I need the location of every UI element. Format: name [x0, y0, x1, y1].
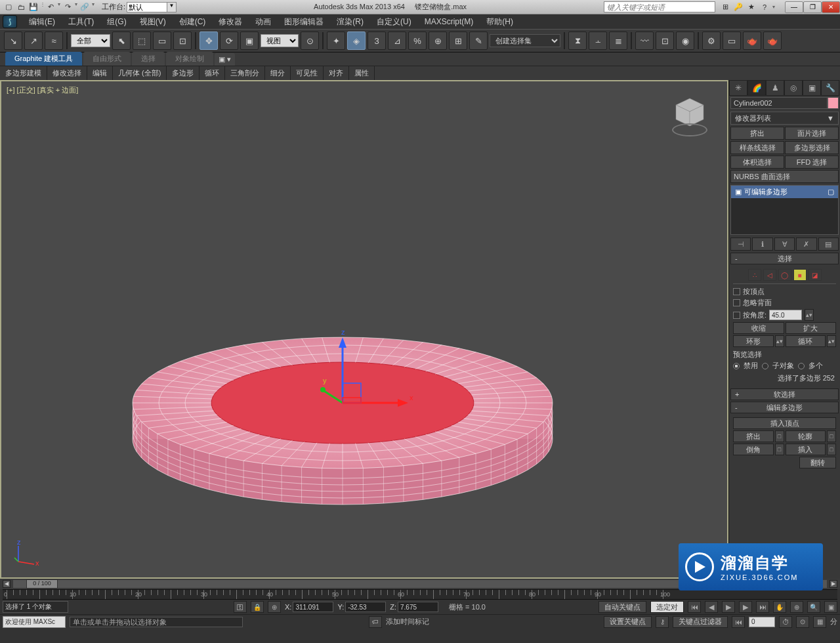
coord-mode-icon[interactable]: ⊕	[268, 601, 281, 613]
render-icon[interactable]: 🫖	[763, 31, 782, 50]
bind-icon[interactable]: ≈	[45, 31, 63, 50]
configure-icon[interactable]: ▤	[818, 238, 839, 251]
stack-bulb-icon[interactable]: ▢	[828, 188, 834, 196]
key-mode-icon[interactable]: ⚷	[656, 616, 669, 628]
btn-loop[interactable]: 循环	[786, 335, 826, 347]
select-window-icon[interactable]: ⊡	[173, 31, 192, 50]
cylinder-object[interactable]: z x y	[126, 318, 572, 528]
menu-views[interactable]: 视图(V)	[133, 14, 173, 30]
angle-spin-icon[interactable]: ▴▾	[805, 309, 814, 321]
selected-button[interactable]: 选定对	[650, 601, 684, 613]
angle-spinner[interactable]	[769, 310, 802, 320]
btn-inset[interactable]: 插入	[786, 444, 826, 455]
goto-start-icon[interactable]: ⏮	[688, 601, 701, 613]
btn-shrink[interactable]: 收缩	[733, 322, 784, 334]
tab-motion-icon[interactable]: ◎	[784, 80, 803, 96]
named-sel-icon[interactable]: ✎	[469, 31, 488, 50]
edged-faces-icon[interactable]: ⊞	[449, 31, 467, 50]
maximize-button[interactable]: ❐	[803, 1, 822, 13]
maxscript-welcome[interactable]: 欢迎使用 MAXSc	[3, 616, 66, 628]
qat-open-icon[interactable]: 🗀	[15, 1, 27, 13]
time-config-icon[interactable]: ⏱	[779, 616, 792, 628]
rp-polymodel[interactable]: 多边形建模	[0, 66, 47, 80]
curve-editor-icon[interactable]: 〰	[635, 31, 654, 50]
mod-btn-ffdsel[interactable]: FFD 选择	[785, 156, 839, 169]
show-end-icon[interactable]: ℹ	[752, 238, 772, 251]
tag-icon[interactable]: 🏷	[369, 616, 382, 628]
workspace-combo[interactable]: 默认	[127, 2, 167, 12]
tab-create-icon[interactable]: ✳	[729, 80, 747, 96]
qat-undo-icon[interactable]: ↶	[45, 1, 56, 13]
nav3-icon[interactable]: ▦	[813, 616, 826, 628]
rp-vis[interactable]: 可见性	[291, 66, 324, 80]
mirror-icon[interactable]: ⧗	[568, 31, 587, 50]
object-color-swatch[interactable]	[828, 97, 839, 109]
btn-extrude[interactable]: 挤出	[733, 430, 774, 442]
slider-next-icon[interactable]: ▶	[830, 580, 837, 588]
make-unique-icon[interactable]: ∀	[774, 238, 795, 251]
mod-btn-polysel[interactable]: 多边形选择	[785, 141, 839, 154]
inset-settings-icon[interactable]: □	[827, 444, 836, 455]
ribbon-tab-paint[interactable]: 对象绘制	[166, 52, 213, 66]
rp-edit[interactable]: 编辑	[87, 66, 113, 80]
render-setup-icon[interactable]: ⚙	[702, 31, 721, 50]
remove-mod-icon[interactable]: ✗	[796, 238, 816, 251]
material-editor-icon[interactable]: ◉	[676, 31, 694, 50]
layers-icon[interactable]: ≣	[609, 31, 627, 50]
chk-byvertex[interactable]	[733, 288, 740, 295]
qat-redo-icon[interactable]: ↷	[62, 1, 74, 13]
btn-insert-vertex[interactable]: 插入顶点	[733, 417, 836, 429]
snap-3-icon[interactable]: 3	[368, 31, 386, 50]
qat-new-icon[interactable]: ▢	[3, 1, 14, 13]
ribbon-minimize-icon[interactable]: ▣ ▾	[215, 53, 235, 66]
object-name-input[interactable]	[730, 97, 828, 109]
subobj-element-icon[interactable]: ◪	[808, 269, 822, 281]
viewport-label[interactable]: [+] [正交] [真实 + 边面]	[7, 85, 78, 95]
btn-bevel[interactable]: 倒角	[733, 444, 774, 455]
lock2-icon[interactable]: 🔒	[251, 601, 264, 613]
minimize-button[interactable]: —	[785, 1, 803, 13]
render-frame-icon[interactable]: ▭	[723, 31, 741, 50]
unlink-icon[interactable]: ↗	[24, 31, 43, 50]
subobj-polygon-icon[interactable]: ■	[793, 269, 807, 281]
subobj-vertex-icon[interactable]: ∴	[748, 269, 761, 281]
stack-editable-poly[interactable]: ▣ 可编辑多边形 ▢	[731, 186, 838, 198]
ring-spin-icon[interactable]: ▴▾	[775, 335, 784, 347]
frame-input[interactable]	[749, 617, 775, 627]
help-search-input[interactable]	[604, 1, 715, 12]
mod-btn-patchsel[interactable]: 面片选择	[785, 127, 839, 140]
btn-flip[interactable]: 翻转	[799, 457, 836, 468]
setkey-button[interactable]: 设置关键点	[604, 616, 652, 628]
goto-end-icon[interactable]: ⏭	[756, 601, 769, 613]
workspace-arrow-icon[interactable]: ▼	[167, 2, 177, 12]
bevel-settings-icon[interactable]: □	[775, 444, 784, 455]
mod-btn-splinesel[interactable]: 样条线选择	[730, 141, 784, 154]
coord-y-input[interactable]	[345, 602, 386, 612]
spinner-snap-icon[interactable]: ⊕	[429, 31, 447, 50]
manip-icon[interactable]: ✦	[327, 31, 345, 50]
radio-disable[interactable]	[733, 363, 740, 369]
selection-filter-combo[interactable]: 全部	[71, 34, 110, 47]
coord-x-input[interactable]	[293, 602, 333, 612]
infocenter-key-icon[interactable]: 🔑	[732, 1, 744, 13]
mod-btn-volsel[interactable]: 体积选择	[730, 156, 784, 169]
render-prod-icon[interactable]: 🫖	[743, 31, 761, 50]
rp-subdiv[interactable]: 细分	[265, 66, 291, 80]
rollout-editpoly[interactable]: -编辑多边形	[730, 402, 839, 413]
nav-arc-icon[interactable]: ⊕	[790, 601, 803, 613]
key-prev-icon[interactable]: ⏮	[732, 616, 745, 628]
qat-link-icon[interactable]: 🔗	[79, 1, 91, 13]
autokey-button[interactable]: 自动关键点	[598, 601, 646, 613]
chk-ignoreback[interactable]	[733, 299, 740, 306]
nav-max-icon[interactable]: ▣	[824, 601, 837, 613]
scale-icon[interactable]: ▣	[240, 31, 259, 50]
ribbon-tab-selection[interactable]: 选择	[132, 52, 165, 66]
tab-modify-icon[interactable]: 🌈	[747, 80, 766, 96]
tab-hierarchy-icon[interactable]: ♟	[766, 80, 784, 96]
link-icon[interactable]: ↘	[4, 31, 22, 50]
menu-tools[interactable]: 工具(T)	[62, 14, 100, 30]
coord-z-input[interactable]	[398, 602, 438, 612]
schematic-icon[interactable]: ⊡	[656, 31, 674, 50]
infocenter-help-icon[interactable]: ?	[759, 1, 770, 13]
slider-prev-icon[interactable]: ◀	[3, 580, 10, 588]
